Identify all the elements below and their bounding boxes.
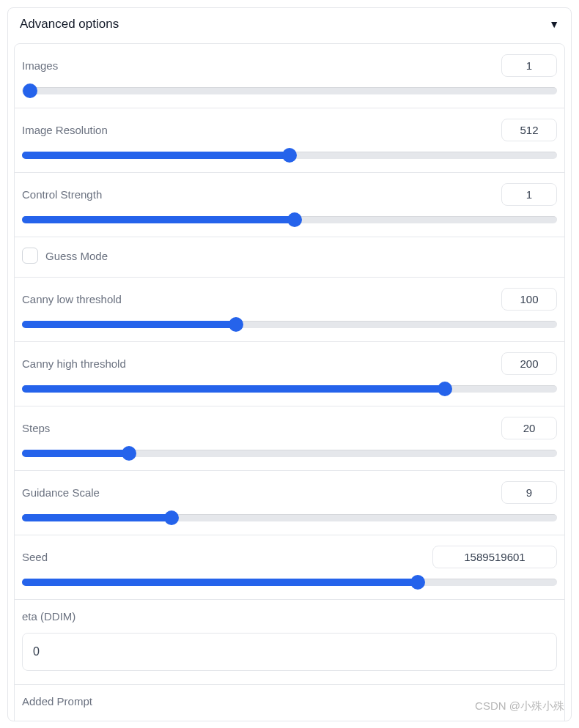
image-resolution-slider-fill (22, 152, 290, 159)
guess-mode-control: Guess Mode (14, 237, 565, 278)
images-label: Images (22, 59, 58, 72)
controls-container: Images 1 Image Resolution 512 Control St… (8, 43, 571, 721)
guidance-slider[interactable] (22, 514, 557, 521)
guidance-slider-fill (22, 514, 172, 521)
image-resolution-slider-thumb[interactable] (282, 148, 297, 163)
images-control: Images 1 (14, 43, 565, 108)
guess-mode-checkbox[interactable] (22, 248, 38, 264)
image-resolution-slider[interactable] (22, 152, 557, 159)
canny-low-slider-fill (22, 321, 236, 328)
images-slider-thumb[interactable] (23, 83, 37, 98)
steps-slider-fill (22, 450, 129, 457)
images-value-input[interactable]: 1 (501, 54, 557, 77)
control-strength-slider-fill (22, 216, 295, 223)
image-resolution-label: Image Resolution (22, 124, 108, 136)
chevron-down-icon: ▼ (549, 18, 559, 30)
added-prompt-label: Added Prompt (22, 695, 557, 707)
canny-low-slider-thumb[interactable] (229, 317, 243, 332)
steps-label: Steps (22, 422, 50, 434)
steps-value-input[interactable]: 20 (501, 417, 557, 439)
canny-high-slider[interactable] (22, 385, 557, 393)
added-prompt-control: Added Prompt (14, 685, 565, 721)
canny-high-slider-fill (22, 385, 445, 393)
panel-header-toggle[interactable]: Advanced options ▼ (8, 8, 571, 43)
control-strength-slider-thumb[interactable] (287, 212, 302, 227)
canny-high-label: Canny high threshold (22, 357, 126, 370)
guidance-control: Guidance Scale 9 (14, 471, 565, 535)
control-strength-value-input[interactable]: 1 (501, 183, 557, 206)
guidance-value-input[interactable]: 9 (501, 481, 557, 504)
eta-input[interactable] (22, 633, 557, 671)
control-strength-slider[interactable] (22, 216, 557, 223)
guidance-slider-thumb[interactable] (164, 510, 179, 525)
seed-slider-thumb[interactable] (410, 575, 425, 590)
steps-slider-thumb[interactable] (122, 446, 136, 461)
canny-low-control: Canny low threshold 100 (14, 278, 565, 342)
canny-high-control: Canny high threshold 200 (14, 342, 565, 406)
canny-high-slider-thumb[interactable] (438, 382, 452, 396)
seed-value-input[interactable]: 1589519601 (432, 546, 557, 568)
canny-high-value-input[interactable]: 200 (501, 352, 557, 375)
guess-mode-label: Guess Mode (45, 250, 108, 262)
seed-control: Seed 1589519601 (14, 535, 565, 600)
advanced-options-panel: Advanced options ▼ Images 1 Image Resolu… (7, 7, 572, 721)
control-strength-control: Control Strength 1 (14, 173, 565, 237)
images-slider[interactable] (22, 87, 557, 94)
guidance-label: Guidance Scale (22, 486, 100, 499)
steps-slider[interactable] (22, 450, 557, 457)
eta-label: eta (DDIM) (22, 610, 557, 623)
canny-low-label: Canny low threshold (22, 293, 122, 305)
eta-control: eta (DDIM) (14, 600, 565, 685)
panel-title: Advanced options (20, 17, 119, 31)
canny-low-value-input[interactable]: 100 (501, 288, 557, 311)
seed-slider[interactable] (22, 579, 557, 586)
image-resolution-value-input[interactable]: 512 (501, 119, 557, 141)
canny-low-slider[interactable] (22, 321, 557, 328)
steps-control: Steps 20 (14, 406, 565, 471)
control-strength-label: Control Strength (22, 188, 102, 201)
seed-slider-fill (22, 579, 418, 586)
seed-label: Seed (22, 551, 48, 563)
image-resolution-control: Image Resolution 512 (14, 108, 565, 173)
